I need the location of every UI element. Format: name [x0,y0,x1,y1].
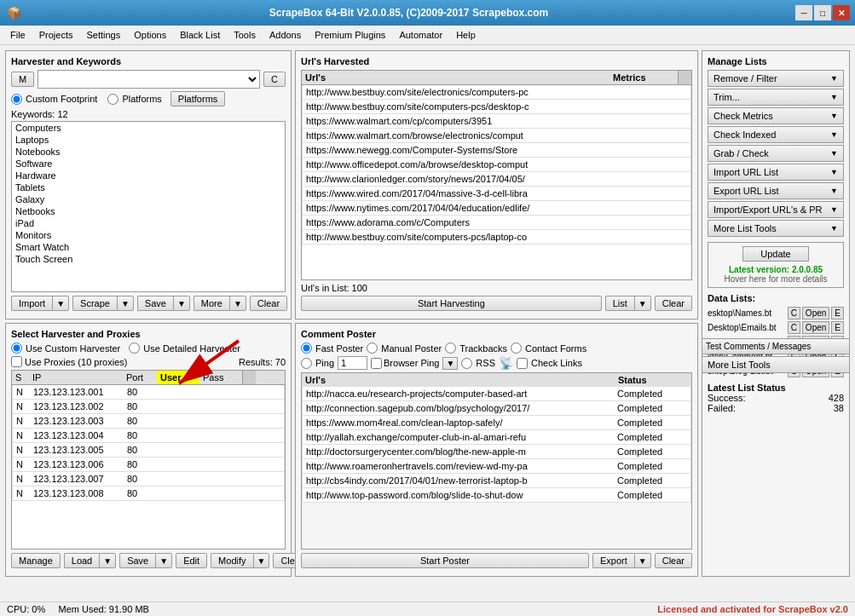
proxy-save-dropdown-btn[interactable]: ▼ [155,553,172,568]
url-row-3[interactable]: https://www.walmart.com/browse/electroni… [302,129,691,143]
save-dropdown-btn[interactable]: ▼ [173,296,190,311]
url-row-5[interactable]: http://www.officedepot.com/a/browse/desk… [302,158,691,172]
manual-poster-radio[interactable] [367,343,378,354]
list-button[interactable]: List [605,296,634,311]
ping-label[interactable]: Ping [301,358,334,369]
update-button[interactable]: Update [742,246,808,262]
data-list-e-1[interactable]: E [831,321,844,334]
test-comments-btn[interactable]: Test Comments / Messages [702,338,850,354]
menu-settings[interactable]: Settings [79,27,127,43]
rss-radio[interactable] [461,358,472,369]
check-links-label[interactable]: Check Links [517,358,582,369]
menu-blacklist[interactable]: Black List [173,27,227,43]
keyword-laptops[interactable]: Laptops [12,134,285,146]
fast-poster-label[interactable]: Fast Poster [301,343,363,354]
more-button[interactable]: More [194,296,229,311]
menu-addons[interactable]: Addons [263,27,308,43]
harvester-dropdown[interactable] [38,70,260,89]
url-row-7[interactable]: https://www.wired.com/2017/04/massive-3-… [302,187,691,201]
menu-automator[interactable]: Automator [392,27,449,43]
comment-row-2[interactable]: https://www.mom4real.com/clean-laptop-sa… [302,416,691,430]
data-list-c-1[interactable]: C [788,321,800,334]
keyword-touchscreen[interactable]: Touch Screen [12,253,285,265]
proxy-row-6[interactable]: N123.123.123.00780 [12,472,285,486]
browser-ping-label[interactable]: Browser Ping [371,358,439,369]
use-proxies-label[interactable]: Use Proxies (10 proxies) [11,356,127,367]
remove-filter-btn[interactable]: Remove / Filter ▼ [708,70,844,87]
ping-value-input[interactable] [338,356,367,370]
trim-btn[interactable]: Trim... ▼ [708,89,844,106]
custom-footprint-radio[interactable] [11,94,22,105]
keyword-tablets[interactable]: Tablets [12,181,285,193]
comment-row-4[interactable]: http://doctorsurgerycenter.com/blog/the-… [302,445,691,459]
manual-poster-label[interactable]: Manual Poster [367,343,442,354]
menu-file[interactable]: File [3,27,32,43]
comment-row-3[interactable]: http://yallah.exchange/computer-club-in-… [302,430,691,445]
start-poster-btn[interactable]: Start Poster [301,553,589,568]
platforms-radio-label[interactable]: Platforms [107,94,161,105]
custom-footprint-radio-label[interactable]: Custom Footprint [11,94,97,105]
data-list-e-0[interactable]: E [831,307,844,320]
url-row-0[interactable]: http://www.bestbuy.com/site/electronics/… [302,85,691,100]
browser-ping-dropdown[interactable]: ▼ [442,357,458,370]
url-row-6[interactable]: http://www.clarionledger.com/story/news/… [302,172,691,187]
m-button[interactable]: M [11,72,34,87]
c-button[interactable]: C [263,72,286,87]
modify-btn[interactable]: Modify [211,553,252,568]
grab-check-btn[interactable]: Grab / Check ▼ [708,145,844,162]
export-url-list-btn[interactable]: Export URL List ▼ [708,182,844,199]
rss-label[interactable]: RSS [461,358,495,369]
trackbacks-radio[interactable] [445,343,456,354]
menu-tools[interactable]: Tools [227,27,263,43]
url-row-1[interactable]: http://www.bestbuy.com/site/computers-pc… [302,100,691,114]
more-dropdown-btn[interactable]: ▼ [229,296,246,311]
data-list-open-1[interactable]: Open [802,321,829,334]
keyword-monitors[interactable]: Monitors [12,229,285,241]
more-list-tools-bottom-btn[interactable]: More List Tools [702,356,850,373]
keyword-computers[interactable]: Computers [12,122,285,134]
keywords-list[interactable]: Computers Laptops Notebooks Software Har… [11,121,286,292]
comment-row-0[interactable]: http://nacca.eu/research-projects/comput… [302,387,691,401]
browser-ping-checkbox[interactable] [371,358,382,369]
detailed-harvester-label[interactable]: Use Detailed Harvester [129,343,240,354]
modify-dropdown-btn[interactable]: ▼ [253,553,270,568]
check-links-checkbox[interactable] [517,358,528,369]
start-harvesting-button[interactable]: Start Harvesting [301,296,602,311]
comment-row-7[interactable]: http://www.top-password.com/blog/slide-t… [302,488,691,503]
detailed-harvester-radio[interactable] [129,343,140,354]
proxy-row-1[interactable]: N123.123.123.00280 [12,400,285,414]
contact-forms-radio[interactable] [511,343,522,354]
clear-urls-button[interactable]: Clear [655,296,692,311]
manage-proxy-btn[interactable]: Manage [11,553,61,568]
import-dropdown-btn[interactable]: ▼ [52,296,69,311]
proxy-list[interactable]: N123.123.123.00180 N123.123.123.00280 N1… [11,385,286,550]
more-list-tools-top-btn[interactable]: More List Tools ▼ [708,220,844,237]
contact-forms-label[interactable]: Contact Forms [511,343,586,354]
url-row-9[interactable]: https://www.adorama.com/c/Computers [302,216,691,230]
load-btn[interactable]: Load [64,553,99,568]
url-list[interactable]: http://www.bestbuy.com/site/electronics/… [301,84,692,280]
scrape-dropdown-btn[interactable]: ▼ [117,296,134,311]
keyword-software[interactable]: Software [12,158,285,170]
menu-premium[interactable]: Premium Plugins [308,27,392,43]
fast-poster-radio[interactable] [301,343,312,354]
url-row-8[interactable]: https://www.nytimes.com/2017/04/04/educa… [302,201,691,216]
proxy-row-4[interactable]: N123.123.123.00580 [12,443,285,458]
keyword-netbooks[interactable]: Netbooks [12,205,285,217]
data-list-c-0[interactable]: C [788,307,800,320]
platforms-button[interactable]: Platforms [170,91,225,107]
url-row-2[interactable]: https://www.walmart.com/cp/computers/395… [302,114,691,129]
comment-url-list[interactable]: http://nacca.eu/research-projects/comput… [301,387,692,550]
url-row-4[interactable]: https://www.newegg.com/Computer-Systems/… [302,143,691,158]
check-metrics-btn[interactable]: Check Metrics ▼ [708,107,844,124]
url-row-10[interactable]: http://www.bestbuy.com/site/computers-pc… [302,230,691,245]
proxy-row-7[interactable]: N123.123.123.00880 [12,486,285,501]
custom-harvester-radio[interactable] [11,343,22,354]
proxy-row-0[interactable]: N123.123.123.00180 [12,385,285,400]
ping-radio[interactable] [301,358,312,369]
edit-proxy-btn[interactable]: Edit [176,553,207,568]
trackbacks-label[interactable]: Trackbacks [445,343,507,354]
scrape-button[interactable]: Scrape [72,296,117,311]
import-url-list-btn[interactable]: Import URL List ▼ [708,164,844,181]
maximize-button[interactable]: □ [814,5,831,20]
